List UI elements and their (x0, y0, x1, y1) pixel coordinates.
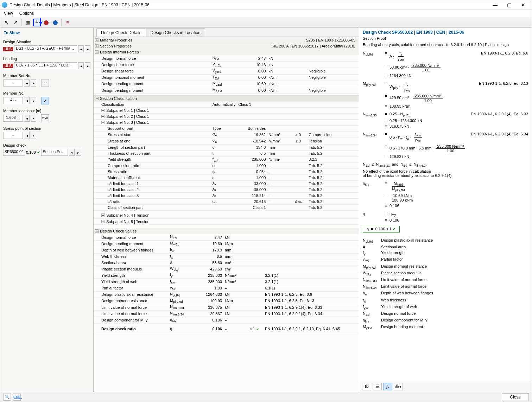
rp-toolbar: 🖼 ☰ 𝑓ₓ 🖶▾ (359, 381, 532, 392)
uls-badge: ULS (3, 47, 13, 51)
uls-badge2: ULS (3, 64, 13, 68)
section-row[interactable]: −Section Classification (94, 96, 359, 102)
member-no-input[interactable]: 4 ⌵ (3, 97, 23, 104)
table-row: Design bending momentMz,Ed0.00kNmNegligi… (94, 87, 359, 93)
table-row: Design bending momentMy,Ed10.69kNm (94, 241, 359, 247)
prev-button[interactable]: ◂ (24, 97, 30, 104)
table-row: Limit value of normal forceNlim,6.33316.… (94, 304, 359, 311)
table-row: c/t ratioc/t20.615--≤ λ₁Tab. 5.2 (94, 198, 359, 204)
menu-view[interactable]: View (2, 10, 14, 17)
result-box: η = 0.106 ≤ 1 ✓ (363, 226, 400, 232)
next-button[interactable]: ▸ (85, 62, 90, 69)
pick-member-set-icon[interactable]: ⤢ (41, 79, 49, 87)
rp-body: Npl,Rd= A · fyγM0 EN 1993-1-1, 6.2.3, Eq… (359, 48, 532, 381)
close-button[interactable]: Close (502, 393, 529, 401)
table-row: Class of section partClass 1Tab. 5.2 (94, 204, 359, 210)
toolbar-sep2 (61, 19, 62, 26)
print-icon[interactable]: 🖶▾ (394, 383, 403, 390)
menu-options[interactable]: Options (18, 10, 35, 17)
prev-button[interactable]: ◂ (24, 79, 30, 87)
label-loading: Loading (3, 57, 90, 61)
section-design-check-values[interactable]: −Design Check Values (94, 228, 359, 234)
table-row: Yield strengthfy235.000N/mm²3.2.1(1) (94, 272, 359, 279)
tab-design-check-details[interactable]: Design Check Details (96, 28, 146, 37)
footer: 🔍 0͟,0͟0͟ Close (0, 392, 532, 402)
table-row: Material coefficientε1.000--Tab. 5.2 (94, 174, 359, 180)
location-extra-icon[interactable]: x/x0 (41, 114, 49, 122)
section-material-properties[interactable]: +Material PropertiesS235 | EN 1993-1-1:2… (94, 37, 359, 43)
table-row: Design plastic axial resistanceNpl,Rd126… (94, 291, 359, 298)
subsection-row[interactable]: +Subpanel No. 5 | Tension (94, 218, 359, 224)
formula-icon[interactable]: 𝑓ₓ (383, 383, 392, 390)
design-situation-combo[interactable]: DS1 - ULS (STR/GEO) - Permane... (14, 45, 77, 52)
glossary-row: NEdDesign normal force (363, 311, 528, 317)
copy-image-icon[interactable]: 🖼 (362, 383, 371, 390)
prev-button[interactable]: ◂ (24, 132, 30, 139)
loading-combo[interactable]: CO7 - 1.35 * LC1 + 1.50 * LC3... (14, 62, 77, 69)
info-icon[interactable]: 🔍 (3, 394, 11, 401)
main-region: To Show Design Situation ULS DS1 - ULS (… (0, 28, 532, 392)
table-row: Support of partTypeBoth sides (94, 126, 359, 132)
design-check-type-combo[interactable]: Section Pro... ⌵ (41, 149, 68, 156)
toolbar-sep (21, 19, 22, 26)
table-row: Design normal forceNEd2.47kN (94, 234, 359, 241)
stress-point-input[interactable]: -- (3, 132, 23, 139)
subsection-row[interactable]: −Subpanel No. 3 | Class 1 (94, 120, 359, 126)
pick2-icon[interactable]: ↗ (12, 19, 19, 26)
next-button[interactable]: ▸ (31, 97, 36, 104)
member-set-input[interactable]: -- (3, 79, 23, 87)
subsection-row[interactable]: +Subpanel No. 2 | Class 1 (94, 114, 359, 120)
blue-icon[interactable]: ⬤ (51, 19, 59, 26)
prev-button[interactable]: ◂ (24, 115, 30, 122)
subsection-row[interactable]: +Subpanel No. 1 | Class 1 (94, 108, 359, 114)
table-row: Plastic section modulusWpl,y429.50cm³ (94, 266, 359, 272)
prev-button[interactable]: ◂ (69, 149, 75, 156)
pick-icon[interactable]: ↖ (2, 19, 10, 26)
subsection-row[interactable]: +Subpanel No. 4 | Tension (94, 212, 359, 218)
label-member-set-no: Member Set No. (3, 74, 90, 78)
center-grid[interactable]: +Material PropertiesS235 | EN 1993-1-1:2… (94, 37, 359, 392)
table-row: Web thicknesstw6.5mm (94, 253, 359, 260)
next-button[interactable]: ▸ (31, 79, 36, 87)
rp-sub2: Bending about y-axis, axial force and sh… (359, 42, 532, 48)
tab-design-checks-in-location[interactable]: Design Checks in Location (146, 28, 205, 37)
next-button[interactable]: ▸ (85, 45, 90, 52)
table-row: Length of section partc134.0mmTab. 5.2 (94, 144, 359, 150)
glossary-row: fyYield strength (363, 250, 528, 256)
next-button[interactable]: ▸ (76, 149, 81, 156)
table-row: Sectional areaA53.80cm² (94, 260, 359, 266)
glossary-row: Npl,RdDesign plastic axial resistance (363, 237, 528, 244)
table-row: Design shear forceVy,Ed0.00kNNegligible (94, 68, 359, 74)
rp-title: Design Check SP6500.02 | EN 1993 | CEN |… (359, 28, 532, 36)
member-location-input[interactable]: 1.603 ⥮ (3, 115, 23, 122)
final-check-row: Design check ratioη0.106--≤ 1 ✓EN 1993-1… (94, 326, 359, 332)
rp-sub1: Section Proof (359, 36, 532, 42)
glossary-row: ηMyDesign component for M_y (363, 317, 528, 324)
table-row: Stress ratioψ-0.954--Tab. 5.2 (94, 168, 359, 174)
design-check-code[interactable]: SP6500.02 (3, 149, 25, 156)
table-row: Design normal forceNEd-2.47kN (94, 55, 359, 62)
table-row: Design component for M_yηMy0.106-- (94, 317, 359, 323)
list-icon[interactable]: ☰ (373, 383, 382, 390)
copy-icon[interactable]: ≡ (64, 19, 71, 26)
glossary-row: My,EdDesign bending moment (363, 324, 528, 331)
units-icon[interactable]: 0͟,0͟0͟ (13, 394, 21, 401)
window-close-button[interactable]: ✕ (516, 1, 530, 9)
section-row[interactable]: −Design Internal Forces (94, 49, 359, 55)
label-design-check: Design check (3, 143, 90, 147)
prev-button[interactable]: ◂ (78, 62, 84, 69)
pick-member-icon[interactable]: ⤢ (41, 97, 49, 104)
window-minimize-button[interactable]: — (488, 1, 502, 9)
table-row: Yield strength of webfy,w235.000N/mm²3.2… (94, 279, 359, 285)
design-check-ratio: 0.106 (26, 150, 36, 154)
table-row: Limit value of normal forceNlim,6.34129.… (94, 311, 359, 317)
table-row: Stress at startσA19.862N/mm²> 0Compressi… (94, 132, 359, 138)
table-row: Design bending momentMy,Ed10.69kNm (94, 81, 359, 87)
next-button[interactable]: ▸ (31, 115, 36, 122)
prev-button[interactable]: ◂ (78, 45, 84, 52)
window-maximize-button[interactable]: ▢ (502, 1, 516, 9)
doc-icon[interactable]: ▦ (24, 19, 32, 26)
section-section-properties[interactable]: +Section PropertiesHE 200 A | EN 10365:2… (94, 43, 359, 49)
toolbar: ↖ ↗ ▦ ┸ ⬤ ⬤ ≡ (0, 17, 532, 28)
next-button[interactable]: ▸ (31, 132, 36, 139)
